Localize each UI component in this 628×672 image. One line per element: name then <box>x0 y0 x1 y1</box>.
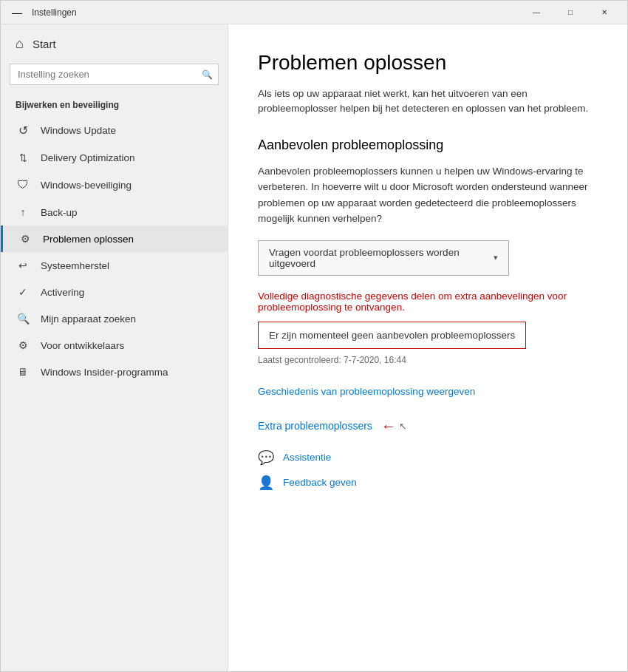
delivery-optimization-icon: ⇅ <box>16 152 30 163</box>
maximize-icon: □ <box>568 8 573 16</box>
extra-link[interactable]: Extra probleemoplossers <box>258 420 372 432</box>
sidebar-item-label: Windows Insider-programma <box>41 367 168 378</box>
sidebar-item-start[interactable]: ⌂ Start <box>1 24 228 61</box>
recommended-section-title: Aanbevolen probleemoplossing <box>258 138 598 153</box>
sidebar-item-label: Delivery Optimization <box>41 152 135 163</box>
main-content: ⌂ Start 🔍 Bijwerken en beveiliging ↺ Win… <box>1 24 627 671</box>
start-label: Start <box>33 38 56 50</box>
recommended-description: Aanbevolen probleemoplossers kunnen u he… <box>258 163 598 227</box>
assistentie-icon: 💬 <box>258 449 274 466</box>
sidebar-item-troubleshoot[interactable]: ⚙ Problemen oplossen <box>1 225 228 252</box>
shield-icon: 🛡 <box>16 178 30 191</box>
arrow-annotation: ← ↖ <box>381 418 407 435</box>
dropdown-value: Vragen voordat probleemoplossers worden … <box>269 247 494 269</box>
sidebar-item-label: Problemen oplossen <box>43 234 134 245</box>
red-arrow-icon: ← <box>381 418 396 435</box>
minimize-button[interactable]: — <box>519 1 553 24</box>
sidebar-item-recovery[interactable]: ↩ Systeemherstel <box>1 252 228 279</box>
search-box: 🔍 <box>10 64 219 85</box>
developers-icon: ⚙ <box>16 339 30 351</box>
content-pane: Problemen oplossen Als iets op uw appara… <box>228 24 627 671</box>
recovery-icon: ↩ <box>16 259 30 271</box>
sidebar-item-windows-update[interactable]: ↺ Windows Update <box>1 116 228 145</box>
sidebar-item-developers[interactable]: ⚙ Voor ontwikkelaars <box>1 332 228 359</box>
no-troubleshooters-box: Er zijn momenteel geen aanbevolen proble… <box>258 322 526 349</box>
titlebar: — Instellingen — □ ✕ <box>1 1 627 24</box>
sidebar-item-windows-security[interactable]: 🛡 Windows-beveiliging <box>1 171 228 199</box>
no-troubleshooters-text: Er zijn momenteel geen aanbevolen proble… <box>269 330 515 341</box>
sidebar-item-label: Mijn apparaat zoeken <box>41 313 136 325</box>
feedback-link[interactable]: Feedback geven <box>283 477 357 488</box>
sidebar-item-insider[interactable]: 🖥 Windows Insider-programma <box>1 359 228 385</box>
insider-icon: 🖥 <box>16 366 30 378</box>
feedback-icon: 👤 <box>258 475 274 491</box>
support-item-assistentie: 💬 Assistentie <box>258 449 598 466</box>
sidebar-item-label: Windows-beveiliging <box>41 180 132 191</box>
close-icon: ✕ <box>601 8 607 16</box>
page-description: Als iets op uw apparaat niet werkt, kan … <box>258 86 598 117</box>
windows-update-icon: ↺ <box>16 123 30 138</box>
extra-section: Extra probleemoplossers ← ↖ <box>258 418 598 435</box>
troubleshoot-icon: ⚙ <box>18 233 33 245</box>
sidebar-item-label: Voor ontwikkelaars <box>41 340 124 351</box>
search-icon: 🔍 <box>202 69 213 80</box>
support-item-feedback: 👤 Feedback geven <box>258 475 598 491</box>
sidebar: ⌂ Start 🔍 Bijwerken en beveiliging ↺ Win… <box>1 24 228 671</box>
back-icon: — <box>12 7 22 18</box>
sidebar-item-label: Systeemherstel <box>41 260 109 271</box>
sidebar-section-title: Bijwerken en beveiliging <box>1 94 228 116</box>
close-button[interactable]: ✕ <box>587 1 621 24</box>
back-button[interactable]: — <box>7 2 27 23</box>
sidebar-item-label: Back-up <box>41 207 78 218</box>
sidebar-item-backup[interactable]: ↑ Back-up <box>1 199 228 225</box>
activation-icon: ✓ <box>16 286 30 298</box>
home-icon: ⌂ <box>16 36 24 52</box>
sidebar-item-delivery-optimization[interactable]: ⇅ Delivery Optimization <box>1 145 228 171</box>
sidebar-item-activation[interactable]: ✓ Activering <box>1 279 228 305</box>
find-device-icon: 🔍 <box>16 313 30 325</box>
diagnostic-link[interactable]: Volledige diagnostische gegevens delen o… <box>258 291 598 313</box>
troubleshoot-dropdown[interactable]: Vragen voordat probleemoplossers worden … <box>258 240 509 276</box>
backup-icon: ↑ <box>16 206 30 218</box>
sidebar-item-label: Windows Update <box>41 125 116 136</box>
sidebar-item-label: Activering <box>41 287 84 298</box>
sidebar-item-find-device[interactable]: 🔍 Mijn apparaat zoeken <box>1 305 228 332</box>
assistentie-link[interactable]: Assistentie <box>283 452 331 463</box>
last-checked: Laatst gecontroleerd: 7-7-2020, 16:44 <box>258 355 598 365</box>
history-link[interactable]: Geschiedenis van probleemoplossing weerg… <box>258 386 598 397</box>
minimize-icon: — <box>533 8 540 16</box>
maximize-button[interactable]: □ <box>553 1 587 24</box>
chevron-down-icon: ▾ <box>494 253 498 262</box>
settings-window: — Instellingen — □ ✕ ⌂ Start <box>0 0 628 672</box>
dropdown-wrapper: Vragen voordat probleemoplossers worden … <box>258 240 598 276</box>
window-title: Instellingen <box>32 7 519 18</box>
window-controls: — □ ✕ <box>519 1 621 24</box>
page-title: Problemen oplossen <box>258 51 598 75</box>
search-input[interactable] <box>10 64 219 85</box>
cursor-icon: ↖ <box>399 421 407 432</box>
